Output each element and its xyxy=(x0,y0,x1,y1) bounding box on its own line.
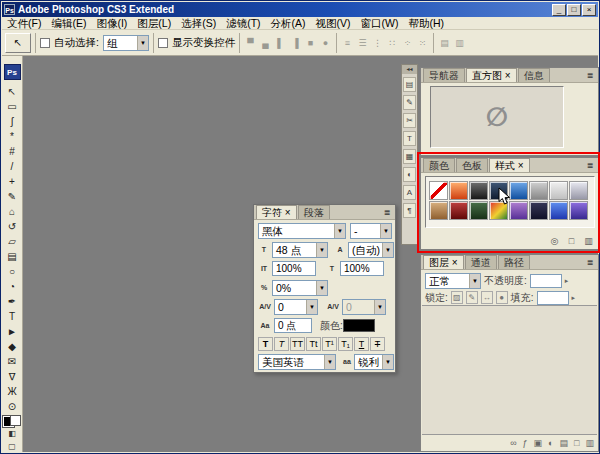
align-left-icon[interactable]: ▌ xyxy=(274,36,287,50)
horizontal-scale-field[interactable]: 100% xyxy=(340,261,384,276)
show-transform-checkbox[interactable] xyxy=(158,38,168,48)
language-dropdown[interactable]: 美国英语 ▼ xyxy=(258,354,336,370)
all-caps-button[interactable]: TT xyxy=(290,337,305,351)
strikethrough-button[interactable]: T xyxy=(370,337,385,351)
brush-tool[interactable]: ✎ xyxy=(3,189,21,204)
menu-help[interactable]: 帮助(H) xyxy=(404,17,450,30)
panel-menu-icon[interactable]: ≣ xyxy=(584,257,596,268)
tab-paths[interactable]: 路径 xyxy=(498,255,530,269)
tracking-dropdown[interactable]: 0 ▼ xyxy=(342,299,386,315)
type-tool[interactable]: T xyxy=(3,309,21,324)
menu-edit[interactable]: 编辑(E) xyxy=(46,17,91,30)
tab-navigator[interactable]: 导航器 xyxy=(423,68,465,82)
tab-info[interactable]: 信息 xyxy=(518,68,550,82)
auto-select-dropdown[interactable]: 组 ▼ xyxy=(103,35,149,51)
quick-selection-tool[interactable]: * xyxy=(3,129,21,144)
dock-panel-icon-layer-comps[interactable]: ▦ xyxy=(403,149,416,164)
quick-mask-button[interactable]: ◧ xyxy=(4,428,20,439)
distribute-top-icon[interactable]: ≡ xyxy=(341,36,354,50)
clone-stamp-tool[interactable]: ⌂ xyxy=(3,204,21,219)
trash-icon[interactable]: ▥ xyxy=(585,437,594,450)
align-middle-icon[interactable]: ● xyxy=(319,36,332,50)
layer-mask-icon[interactable]: ▣ xyxy=(534,437,543,450)
screen-mode-button[interactable]: ▢ xyxy=(4,441,20,452)
small-caps-button[interactable]: Tt xyxy=(306,337,321,351)
align-top-icon[interactable]: ▀ xyxy=(244,36,257,50)
auto-select-checkbox[interactable] xyxy=(40,38,50,48)
shape-tool[interactable]: ◆ xyxy=(3,339,21,354)
new-layer-icon[interactable]: □ xyxy=(574,437,579,450)
minimize-button[interactable]: _ xyxy=(552,4,566,16)
faux-bold-button[interactable]: T xyxy=(258,337,273,351)
link-layers-icon[interactable]: ∞ xyxy=(510,437,516,450)
tab-channels[interactable]: 通道 xyxy=(465,255,497,269)
menu-select[interactable]: 选择(S) xyxy=(176,17,221,30)
move-tool[interactable]: ↖ xyxy=(3,84,21,99)
crop-tool[interactable]: # xyxy=(3,144,21,159)
panel-menu-icon[interactable]: ≣ xyxy=(584,70,596,81)
lock-position-icon[interactable]: ↔ xyxy=(481,291,493,304)
lock-all-icon[interactable]: ● xyxy=(496,291,508,304)
dodge-tool[interactable]: ◔ xyxy=(3,279,21,294)
distribute-right-icon[interactable]: ⁙ xyxy=(416,36,429,50)
title-bar[interactable]: Ps Adobe Photoshop CS3 Extended _ □ × xyxy=(2,2,598,17)
distribute-middle-icon[interactable]: ☰ xyxy=(356,36,369,50)
dock-panel-icon-histogram[interactable]: ◐ xyxy=(403,167,416,182)
menu-file[interactable]: 文件(F) xyxy=(2,17,46,30)
background-color-swatch[interactable] xyxy=(10,415,21,426)
menu-analysis[interactable]: 分析(A) xyxy=(266,17,311,30)
dock-panel-icon-clone-source[interactable]: ✂ xyxy=(403,113,416,128)
font-size-dropdown[interactable]: 48 点 ▼ xyxy=(272,242,328,258)
dock-panel-icon-tool-presets[interactable]: ✎ xyxy=(403,95,416,110)
menu-window[interactable]: 窗口(W) xyxy=(356,17,404,30)
lasso-tool[interactable]: ʃ xyxy=(3,114,21,129)
hand-tool[interactable]: Ж xyxy=(3,384,21,399)
layer-group-icon[interactable]: ▤ xyxy=(560,437,569,450)
collapse-dock-button[interactable]: ◂◂ xyxy=(402,65,417,74)
distribute-left-icon[interactable]: ∷ xyxy=(386,36,399,50)
distribute-bottom-icon[interactable]: ⋮ xyxy=(371,36,384,50)
underline-button[interactable]: T xyxy=(354,337,369,351)
align-center-icon[interactable]: ■ xyxy=(304,36,317,50)
menu-filter[interactable]: 滤镜(T) xyxy=(221,17,265,30)
menu-layer[interactable]: 图层(L) xyxy=(132,17,176,30)
path-selection-tool[interactable]: ► xyxy=(3,324,21,339)
tab-paragraph[interactable]: 段落 xyxy=(298,205,330,219)
dock-panel-icon-character[interactable]: T xyxy=(403,131,416,146)
subscript-button[interactable]: T₁ xyxy=(338,337,353,351)
history-brush-tool[interactable]: ↺ xyxy=(3,219,21,234)
slice-tool[interactable]: / xyxy=(3,159,21,174)
align-right-icon[interactable]: ▐ xyxy=(289,36,302,50)
panel-menu-icon[interactable]: ≣ xyxy=(381,207,393,218)
faux-italic-button[interactable]: T xyxy=(274,337,289,351)
tab-histogram[interactable]: 直方图 × xyxy=(466,68,517,82)
dock-panel-icon-paragraph[interactable]: ¶ xyxy=(403,203,416,218)
dock-panel-icon-brushes[interactable]: ▤ xyxy=(403,77,416,92)
fill-slider-arrow-icon[interactable]: ▸ xyxy=(572,294,576,302)
maximize-button[interactable]: □ xyxy=(567,4,581,16)
align-bottom-icon[interactable]: ▄ xyxy=(259,36,272,50)
text-color-swatch[interactable] xyxy=(343,319,375,332)
font-family-dropdown[interactable]: 黑体 ▼ xyxy=(258,223,346,239)
leading-dropdown[interactable]: (自动) ▼ xyxy=(348,242,394,258)
baseline-shift-field[interactable]: 0 点 xyxy=(274,318,312,333)
tool-preset-picker[interactable]: ↖ xyxy=(5,33,31,53)
adjustment-layer-icon[interactable]: ◐ xyxy=(548,437,553,450)
pen-tool[interactable]: ✒ xyxy=(3,294,21,309)
zoom-tool[interactable]: ⊙ xyxy=(3,399,21,414)
opacity-field[interactable] xyxy=(530,274,562,288)
notes-tool[interactable]: ✉ xyxy=(3,354,21,369)
kerning-dropdown[interactable]: 0 ▼ xyxy=(274,299,318,315)
layers-list[interactable] xyxy=(422,305,597,435)
lock-pixels-icon[interactable]: ✎ xyxy=(466,291,478,304)
eyedropper-tool[interactable]: ∇ xyxy=(3,369,21,384)
dock-panel-icon-actions[interactable]: A xyxy=(403,185,416,200)
distribute-center-icon[interactable]: ⁘ xyxy=(401,36,414,50)
blur-tool[interactable]: ○ xyxy=(3,264,21,279)
menu-image[interactable]: 图像(I) xyxy=(91,17,132,30)
tab-layers[interactable]: 图层 × xyxy=(423,255,464,269)
font-style-dropdown[interactable]: - ▼ xyxy=(350,223,392,239)
anti-alias-dropdown[interactable]: 锐利 ▼ xyxy=(354,354,394,370)
eraser-tool[interactable]: ▱ xyxy=(3,234,21,249)
healing-brush-tool[interactable]: + xyxy=(3,174,21,189)
